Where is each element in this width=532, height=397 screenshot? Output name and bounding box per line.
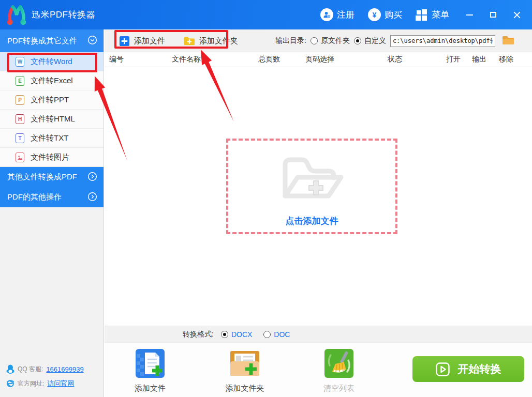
sidebar-item-label: 文件转PPT	[31, 95, 69, 105]
column-header-pages[interactable]: 总页数	[258, 55, 305, 64]
column-header-remove[interactable]: 移除	[499, 55, 528, 64]
file-table-header: 编号 文件名称 总页数 页码选择 状态 打开 输出 移除	[105, 52, 532, 67]
play-icon	[436, 362, 450, 376]
bottom-add-file-label: 添加文件	[135, 384, 166, 393]
minimize-icon	[466, 14, 473, 16]
file-list-area: 点击添加文件	[105, 67, 532, 326]
sidebar-item-label: 文件转Word	[31, 57, 72, 67]
clear-list-label: 清空列表	[323, 384, 354, 393]
sidebar-section-convert-from-pdf[interactable]: PDF转换成其它文件	[0, 29, 104, 52]
radio-custom-label: 自定义	[364, 36, 386, 45]
section-label: PDF的其他操作	[7, 192, 62, 202]
add-file-button[interactable]: 添加文件	[119, 36, 165, 47]
column-header-page-select[interactable]: 页码选择	[305, 55, 388, 64]
column-header-filename[interactable]: 文件名称	[172, 55, 258, 64]
maximize-button[interactable]	[487, 9, 499, 21]
chevron-down-circle-icon	[87, 35, 97, 47]
add-folder-icon	[184, 36, 195, 46]
chevron-right-circle-icon	[87, 172, 97, 183]
qq-service-label: QQ 客服:	[18, 365, 43, 374]
register-button[interactable]: 注册	[320, 8, 354, 21]
sidebar-item-pdf-to-excel[interactable]: E 文件转Excel	[0, 71, 104, 90]
sidebar-item-pdf-to-html[interactable]: H 文件转HTML	[0, 110, 104, 129]
qq-penguin-icon	[6, 364, 14, 374]
section-label: PDF转换成其它文件	[7, 36, 77, 46]
section-label: 其他文件转换成PDF	[7, 172, 77, 182]
radio-original-folder[interactable]: 原文件夹	[311, 36, 350, 45]
add-file-big-icon	[135, 348, 166, 379]
column-header-output[interactable]: 输出	[472, 55, 499, 64]
radio-docx[interactable]: DOCX	[221, 330, 252, 339]
radio-original-folder-label: 原文件夹	[321, 36, 350, 45]
menu-grid-icon	[416, 9, 428, 21]
sidebar-item-label: 文件转图片	[31, 152, 69, 162]
output-path-input[interactable]	[390, 35, 495, 47]
docx-label: DOCX	[231, 330, 252, 339]
add-files-dropzone[interactable]: 点击添加文件	[226, 139, 397, 234]
sidebar-item-pdf-to-txt[interactable]: T 文件转TXT	[0, 129, 104, 148]
bottom-action-bar: 添加文件 添加文件夹	[105, 343, 532, 397]
start-convert-button[interactable]: 开始转换	[412, 356, 524, 382]
radio-custom-folder[interactable]: 自定义	[354, 36, 386, 45]
sidebar-item-label: 文件转HTML	[31, 114, 75, 124]
add-file-label: 添加文件	[134, 36, 165, 46]
chevron-right-circle-icon	[87, 192, 97, 203]
doc-label: DOC	[274, 330, 290, 339]
output-directory-label: 输出目录:	[275, 36, 306, 45]
app-logo-icon	[5, 4, 28, 26]
close-button[interactable]	[511, 9, 523, 21]
add-folder-button[interactable]: 添加文件夹	[184, 36, 238, 46]
main-area: 添加文件 添加文件夹 输出目录: 原文件夹 自定义	[105, 29, 532, 397]
app-window: 迅米PDF转换器 注册 ¥ 购买 菜单	[0, 0, 532, 397]
sidebar-item-pdf-to-image[interactable]: 文件转图片	[0, 148, 104, 167]
txt-file-icon: T	[16, 133, 24, 143]
register-user-icon	[320, 8, 333, 21]
column-header-open[interactable]: 打开	[446, 55, 472, 64]
buy-label: 购买	[385, 9, 402, 21]
start-convert-label: 开始转换	[458, 362, 501, 376]
menu-button[interactable]: 菜单	[416, 9, 449, 21]
open-folder-plus-icon	[275, 148, 349, 206]
browse-folder-button[interactable]	[501, 35, 515, 47]
ppt-file-icon: P	[16, 95, 24, 105]
sidebar-item-label: 文件转Excel	[31, 76, 73, 86]
browser-e-icon	[6, 379, 14, 388]
titlebar: 迅米PDF转换器 注册 ¥ 购买 菜单	[0, 0, 532, 29]
bottom-add-file-button[interactable]: 添加文件	[119, 348, 181, 393]
sidebar-item-pdf-to-ppt[interactable]: P 文件转PPT	[0, 90, 104, 110]
menu-label: 菜单	[432, 9, 449, 21]
format-row: 转换格式: DOCX DOC	[105, 326, 532, 343]
column-header-number[interactable]: 编号	[105, 55, 172, 64]
folder-icon	[502, 35, 514, 45]
sidebar-section-pdf-other[interactable]: PDF的其他操作	[0, 187, 104, 207]
sidebar: PDF转换成其它文件 W 文件转Word E 文件转Excel P 文件转PPT…	[0, 29, 104, 397]
buy-button[interactable]: ¥ 购买	[368, 8, 402, 21]
sidebar-item-label: 文件转TXT	[31, 133, 68, 143]
app-title: 迅米PDF转换器	[32, 9, 95, 21]
yuan-icon: ¥	[368, 8, 381, 21]
format-label: 转换格式:	[183, 330, 214, 339]
close-icon	[513, 11, 521, 19]
minimize-button[interactable]	[464, 9, 475, 21]
radio-doc[interactable]: DOC	[263, 330, 290, 339]
maximize-icon	[490, 12, 496, 18]
word-file-icon: W	[16, 57, 24, 67]
toolbar: 添加文件 添加文件夹 输出目录: 原文件夹 自定义	[105, 29, 532, 52]
sidebar-footer: QQ 客服: 1661699939 官方网址: 访问官网	[0, 362, 104, 391]
official-site-label: 官方网址:	[18, 379, 44, 388]
clear-list-button[interactable]: 清空列表	[308, 348, 370, 393]
html-file-icon: H	[16, 114, 24, 124]
add-folder-big-icon	[229, 348, 261, 379]
sidebar-section-convert-to-pdf[interactable]: 其他文件转换成PDF	[0, 167, 104, 187]
radio-checked-icon	[221, 331, 228, 338]
excel-file-icon: E	[16, 76, 24, 86]
sidebar-item-pdf-to-word[interactable]: W 文件转Word	[0, 52, 104, 71]
column-header-status[interactable]: 状态	[388, 55, 446, 64]
add-folder-label: 添加文件夹	[199, 36, 238, 46]
radio-checked-icon	[354, 37, 361, 44]
official-site-link[interactable]: 访问官网	[47, 379, 74, 388]
radio-icon	[311, 37, 318, 44]
image-file-icon	[16, 152, 24, 162]
bottom-add-folder-button[interactable]: 添加文件夹	[214, 348, 276, 393]
qq-number-link[interactable]: 1661699939	[46, 365, 83, 373]
